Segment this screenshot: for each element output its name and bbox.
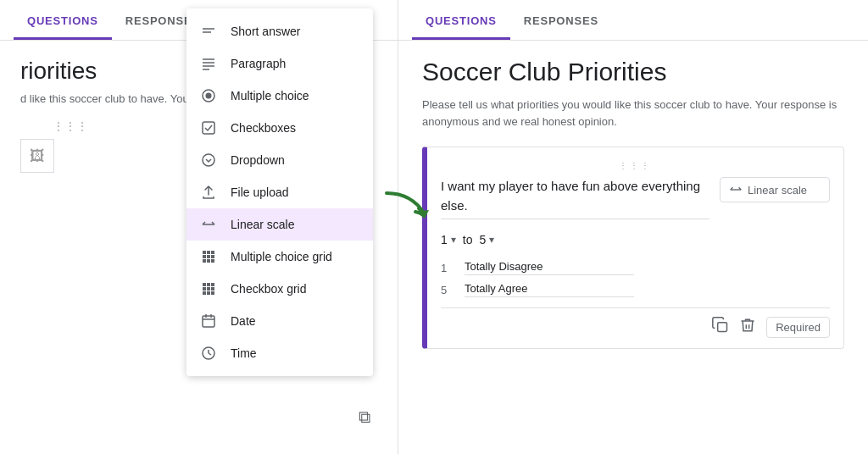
- scale-to-select[interactable]: 5 ▾: [479, 233, 494, 246]
- menu-label-checkboxes: Checkboxes: [231, 121, 296, 135]
- svg-line-37: [209, 353, 211, 355]
- linear-scale-type-icon: [729, 183, 743, 197]
- menu-item-linear-scale[interactable]: Linear scale: [186, 208, 373, 241]
- svg-rect-25: [203, 287, 206, 291]
- scale-from-value: 1: [441, 233, 448, 246]
- label-input-1[interactable]: [465, 260, 634, 275]
- svg-rect-16: [203, 255, 206, 258]
- svg-rect-30: [211, 291, 214, 295]
- menu-item-dropdown[interactable]: Dropdown: [186, 144, 373, 176]
- card-actions: Required: [441, 307, 830, 338]
- question-card: ⋮⋮⋮ I want my player to have fun above e…: [422, 147, 844, 349]
- svg-rect-21: [211, 259, 214, 263]
- svg-rect-42: [718, 323, 727, 332]
- menu-item-date[interactable]: Date: [186, 305, 373, 337]
- to-label: to: [463, 233, 473, 246]
- paragraph-icon: [200, 56, 217, 71]
- svg-rect-23: [207, 283, 210, 286]
- menu-label-multiple-choice: Multiple choice: [231, 89, 309, 102]
- svg-rect-26: [207, 287, 210, 291]
- menu-item-time[interactable]: Time: [186, 337, 373, 369]
- scale-from-select[interactable]: 1 ▾: [441, 233, 456, 246]
- menu-label-time: Time: [231, 346, 257, 360]
- menu-item-checkboxes[interactable]: Checkboxes: [186, 112, 373, 144]
- menu-label-file-upload: File upload: [231, 185, 289, 199]
- label-row-1: 1: [441, 260, 830, 275]
- scale-row: 1 ▾ to 5 ▾: [441, 233, 830, 246]
- menu-label-cb-grid: Checkbox grid: [231, 282, 307, 296]
- menu-item-cb-grid[interactable]: Checkbox grid: [186, 273, 373, 305]
- menu-label-date: Date: [231, 314, 256, 328]
- time-icon: [200, 346, 217, 361]
- left-panel: QUESTIONS RESPONSES riorities d like thi…: [0, 0, 398, 454]
- multiple-choice-icon: [200, 88, 217, 103]
- image-icon: 🖼: [30, 147, 45, 165]
- menu-label-short-answer: Short answer: [231, 25, 300, 38]
- menu-item-short-answer[interactable]: Short answer: [186, 15, 373, 47]
- svg-point-7: [206, 93, 212, 99]
- image-placeholder: 🖼: [20, 139, 54, 173]
- svg-rect-24: [211, 283, 214, 286]
- linear-scale-icon: [200, 217, 217, 232]
- dropdown-icon: [200, 152, 217, 168]
- svg-rect-13: [203, 251, 206, 254]
- cb-grid-icon: [200, 281, 217, 296]
- label-row-5: 5: [441, 282, 830, 297]
- svg-rect-29: [207, 291, 210, 295]
- svg-rect-14: [207, 251, 210, 254]
- menu-item-mc-grid[interactable]: Multiple choice grid: [186, 241, 373, 273]
- dropdown-menu: Short answer Paragraph Multiple choice C…: [186, 8, 373, 376]
- mc-grid-icon: [200, 249, 217, 264]
- tab-questions-left[interactable]: QUESTIONS: [14, 4, 112, 40]
- question-text[interactable]: I want my player to have fun above every…: [441, 177, 709, 219]
- type-badge-label: Linear scale: [748, 184, 807, 197]
- right-content: Soccer Club Priorities Please tell us wh…: [398, 41, 868, 454]
- svg-rect-31: [203, 316, 214, 327]
- tab-questions-right[interactable]: QUESTIONS: [412, 4, 510, 40]
- tab-responses-right[interactable]: RESPONSES: [510, 4, 612, 40]
- menu-item-multiple-choice[interactable]: Multiple choice: [186, 80, 373, 112]
- svg-rect-19: [203, 259, 206, 263]
- menu-item-file-upload[interactable]: File upload: [186, 176, 373, 208]
- drag-dots: ⋮⋮⋮: [441, 161, 830, 170]
- menu-label-dropdown: Dropdown: [231, 153, 285, 167]
- scale-to-chevron: ▾: [489, 234, 494, 246]
- copy-icon-left[interactable]: ⧉: [359, 407, 370, 427]
- label-num-1: 1: [441, 262, 454, 274]
- form-title-right: Soccer Club Priorities: [422, 58, 844, 86]
- menu-item-paragraph[interactable]: Paragraph: [186, 47, 373, 80]
- svg-rect-17: [207, 255, 210, 258]
- svg-rect-27: [211, 287, 214, 291]
- svg-point-9: [203, 154, 214, 166]
- linear-scale-badge[interactable]: Linear scale: [720, 177, 830, 202]
- form-desc-right: Please tell us what priorities you would…: [422, 97, 844, 130]
- right-panel: QUESTIONS RESPONSES Soccer Club Prioriti…: [398, 0, 868, 454]
- svg-rect-22: [203, 283, 206, 286]
- required-button[interactable]: Required: [766, 317, 830, 338]
- svg-rect-28: [203, 291, 206, 295]
- svg-rect-18: [211, 255, 214, 258]
- label-num-5: 5: [441, 284, 454, 296]
- menu-label-paragraph: Paragraph: [231, 57, 286, 70]
- svg-rect-15: [211, 251, 214, 254]
- short-answer-icon: [200, 24, 217, 39]
- copy-button[interactable]: [712, 317, 729, 338]
- menu-label-linear-scale: Linear scale: [231, 218, 295, 231]
- menu-label-mc-grid: Multiple choice grid: [231, 250, 332, 263]
- scale-to-value: 5: [479, 233, 486, 246]
- svg-rect-20: [207, 259, 210, 263]
- scale-from-chevron: ▾: [451, 234, 456, 246]
- delete-button[interactable]: [739, 317, 756, 338]
- svg-rect-8: [203, 122, 214, 134]
- drag-handle-left: ⋮⋮⋮: [20, 120, 122, 132]
- file-upload-icon: [200, 185, 217, 200]
- checkboxes-icon: [200, 120, 217, 136]
- date-icon: [200, 313, 217, 329]
- label-input-5[interactable]: [465, 282, 634, 297]
- right-header: QUESTIONS RESPONSES: [398, 0, 868, 41]
- question-row: I want my player to have fun above every…: [441, 177, 830, 219]
